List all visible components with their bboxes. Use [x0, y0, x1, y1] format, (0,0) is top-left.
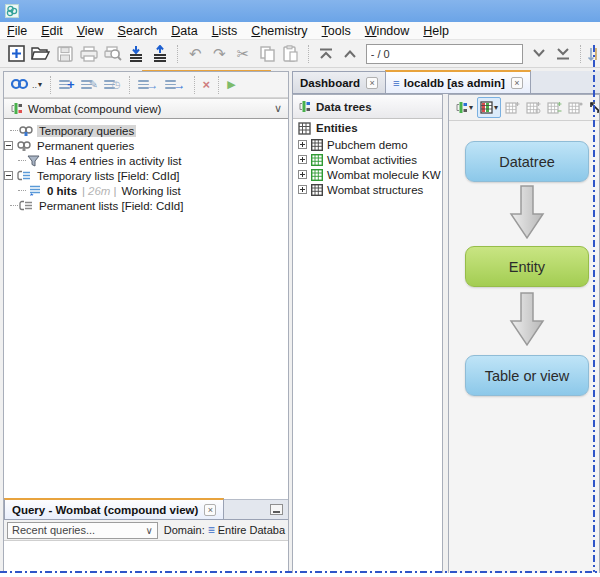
lists-toolbar: .. ▾ + ✎ ◷ → → [4, 72, 288, 98]
tree-row-activity-query[interactable]: Has 4 entries in activity list [4, 153, 288, 168]
view-selector-dropdown[interactable]: Wombat (compound view) ∨ [4, 98, 288, 119]
query-builder-icon[interactable]: .. ▾ [8, 75, 45, 95]
entity-row[interactable]: Pubchem demo [293, 137, 442, 152]
new-entity-relationship-icon[interactable] [545, 97, 564, 118]
refresh-list-icon[interactable]: ◷ [101, 75, 124, 95]
tree-row-working-list[interactable]: 0 hits | 26m | Working list [4, 183, 288, 198]
menu-view[interactable]: View [70, 24, 111, 38]
record-counter-input[interactable] [366, 44, 523, 64]
print-icon[interactable] [78, 43, 100, 65]
delete-list-icon[interactable]: × [200, 75, 214, 95]
tab-query-wombat[interactable]: Query - Wombat (compound view) × [4, 498, 224, 519]
domain-icon: ≡ [208, 523, 215, 537]
bottom-margin [0, 573, 600, 577]
working-list-name: Working list [119, 185, 182, 197]
diagram-node-datatree[interactable]: Datatree [465, 141, 589, 182]
run-query-icon[interactable]: ▶ [224, 75, 238, 95]
expand-icon[interactable] [298, 140, 307, 149]
entity-row[interactable]: Wombat activities [293, 152, 442, 167]
entity-label: Wombat molecule KW [327, 169, 441, 181]
app-logo-icon [5, 4, 19, 18]
tree-label: Permanent lists [Field: CdId] [37, 200, 185, 212]
entity-label: Wombat activities [327, 154, 417, 166]
new-entity-ct-icon[interactable] [524, 97, 543, 118]
move-list-icon[interactable]: → [162, 75, 189, 95]
print-preview-icon[interactable] [102, 43, 124, 65]
close-icon[interactable]: × [366, 77, 378, 89]
menu-tools[interactable]: Tools [315, 24, 358, 38]
arrow-right-glyph: → [147, 78, 159, 92]
redo-icon[interactable]: ↷ [208, 43, 230, 65]
undo-icon[interactable]: ↶ [184, 43, 206, 65]
copy-icon[interactable] [256, 43, 278, 65]
edit-list-icon[interactable]: ✎ [78, 75, 101, 95]
toolbar-separator [50, 76, 51, 94]
new-list-icon[interactable]: + [56, 75, 78, 95]
go-next-icon[interactable] [528, 43, 550, 65]
expand-icon[interactable] [298, 170, 307, 179]
diagram-node-table-or-view[interactable]: Table or view [465, 355, 589, 396]
go-first-icon[interactable] [315, 43, 337, 65]
flow-arrow-icon [505, 291, 549, 347]
menu-window[interactable]: Window [358, 24, 416, 38]
menu-lists[interactable]: Lists [205, 24, 245, 38]
domain-label: Domain: [164, 524, 205, 536]
datatree-view-icon[interactable]: ▾ [453, 97, 475, 118]
import-icon[interactable] [126, 43, 148, 65]
entities-tree: Pubchem demo Wombat activities Wombat mo… [293, 137, 442, 197]
recent-queries-dropdown[interactable]: Recent queries... ∨ [7, 522, 158, 539]
title-bar[interactable] [0, 0, 600, 22]
close-icon[interactable]: × [204, 504, 216, 516]
menu-data[interactable]: Data [164, 24, 204, 38]
separator-glyph: | [110, 185, 119, 197]
tab-localdb[interactable]: ≡ localdb [as admin] × [385, 70, 531, 93]
save-icon[interactable] [54, 43, 76, 65]
collapse-icon[interactable] [4, 141, 13, 150]
chevron-down-icon: ∨ [145, 525, 152, 536]
data-trees-header: Data trees [293, 95, 442, 119]
grid-icon [298, 122, 311, 135]
grid-view-toggle-icon[interactable]: ▾ [477, 97, 501, 118]
tab-dashboard[interactable]: Dashboard × [292, 71, 386, 93]
annotation-line-vertical [593, 45, 595, 572]
query-editor-area[interactable] [4, 541, 288, 573]
collapse-icon[interactable] [4, 171, 13, 180]
diagram-node-entity[interactable]: Entity [465, 246, 589, 287]
domain-value[interactable]: Entire Databa [218, 524, 285, 536]
entity-row[interactable]: Wombat molecule KW [293, 167, 442, 182]
chevron-down-icon: ▾ [494, 103, 498, 112]
tree-row-permanent-queries[interactable]: Permanent queries [4, 138, 288, 153]
diagram-canvas[interactable]: Datatree Entity Table or view [449, 121, 599, 573]
working-list-age: 26m [88, 185, 110, 197]
promote-list-icon[interactable]: → [135, 75, 162, 95]
menu-bar: File Edit View Search Data Lists Chemist… [0, 22, 600, 39]
entity-row[interactable]: Wombat structures [293, 182, 442, 197]
go-last-icon[interactable] [552, 43, 574, 65]
menu-search[interactable]: Search [111, 24, 165, 38]
close-icon[interactable]: × [511, 77, 523, 89]
entity-properties-icon[interactable] [566, 97, 585, 118]
minimize-icon[interactable] [270, 504, 283, 515]
toolbar-separator [177, 45, 178, 63]
cut-icon[interactable]: ✂ [232, 43, 254, 65]
tree-row-temporary-queries[interactable]: Temporary queries [4, 123, 288, 138]
paste-icon[interactable] [280, 43, 302, 65]
new-icon[interactable] [6, 43, 28, 65]
chevron-down-icon: ▾ [38, 80, 42, 89]
tree-row-permanent-lists[interactable]: Permanent lists [Field: CdId] [4, 198, 288, 213]
go-previous-icon[interactable] [339, 43, 361, 65]
query-icon [17, 140, 31, 151]
entities-header[interactable]: Entities [293, 119, 442, 137]
export-icon[interactable] [149, 43, 171, 65]
tree-row-temporary-lists[interactable]: Temporary lists [Field: CdId] [4, 168, 288, 183]
menu-chemistry[interactable]: Chemistry [244, 24, 314, 38]
expand-icon[interactable] [298, 155, 307, 164]
menu-file[interactable]: File [0, 24, 34, 38]
expand-icon[interactable] [298, 185, 307, 194]
menu-edit[interactable]: Edit [34, 24, 70, 38]
filter-icon [27, 155, 40, 167]
open-folder-icon[interactable] [30, 43, 52, 65]
entity-grid-icon-green [311, 169, 323, 181]
menu-help[interactable]: Help [416, 24, 456, 38]
new-entity-icon[interactable] [503, 97, 522, 118]
